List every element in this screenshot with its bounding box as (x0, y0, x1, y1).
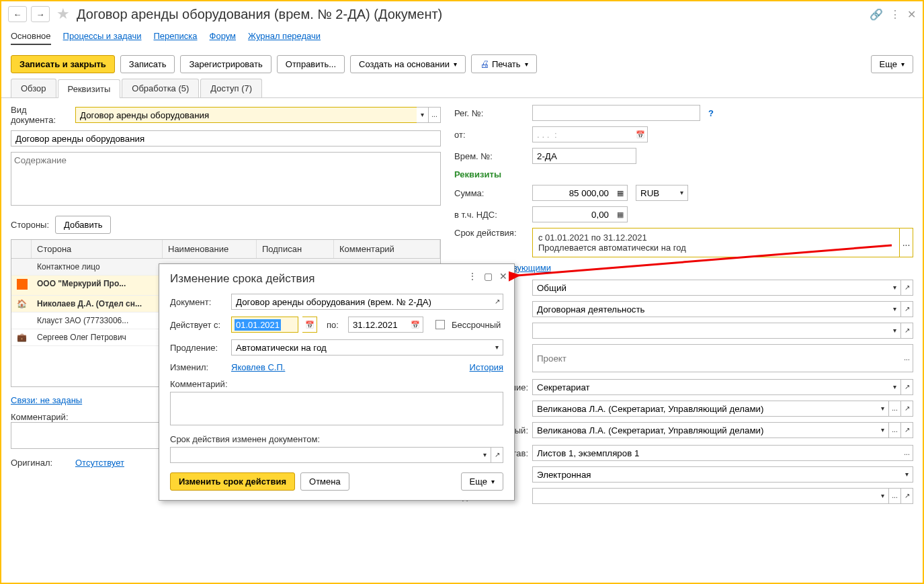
print-button[interactable]: 🖨Печать▾ (471, 54, 537, 73)
regno-input[interactable] (532, 105, 700, 121)
doc-type-ellipsis[interactable]: ... (429, 107, 441, 123)
star-icon[interactable]: ★ (56, 5, 70, 23)
open-icon[interactable]: ↗ (901, 488, 913, 504)
forward-button[interactable]: → (31, 6, 50, 22)
open-icon[interactable]: ↗ (901, 401, 913, 417)
dialog-maximize-icon[interactable]: ▢ (484, 271, 493, 282)
doc-type-input[interactable] (75, 107, 417, 123)
dialog-ext-input[interactable] (231, 339, 491, 356)
save-close-button[interactable]: Записать и закрыть (11, 55, 115, 73)
dropdown-icon[interactable]: ▾ (877, 422, 889, 438)
sum-input[interactable] (532, 185, 613, 201)
currency-dropdown[interactable]: ▾ (676, 185, 688, 201)
dialog-to-input[interactable] (348, 317, 409, 333)
open-icon[interactable]: ↗ (901, 301, 913, 317)
dropdown-icon[interactable]: ▾ (479, 447, 491, 463)
tab-correspondence[interactable]: Переписка (154, 31, 198, 45)
comp-input[interactable] (532, 445, 901, 461)
group1-input[interactable] (532, 280, 889, 296)
group2-input[interactable] (532, 301, 889, 317)
open-icon[interactable]: ↗ (901, 280, 913, 296)
dialog-kebab-icon[interactable]: ⋮ (468, 271, 477, 282)
currency-input[interactable] (636, 185, 676, 201)
dialog-to-label: по: (327, 320, 339, 330)
from-label: от: (454, 130, 528, 140)
vat-input[interactable] (532, 206, 613, 222)
open-icon[interactable]: ↗ (901, 422, 913, 438)
calc-icon[interactable]: ▦ (613, 185, 628, 201)
subtab-processing[interactable]: Обработка (5) (122, 79, 199, 97)
dropdown-icon[interactable]: ▾ (491, 339, 503, 356)
calendar-icon[interactable]: 📅 (409, 317, 423, 333)
th-name: Наименование (163, 240, 257, 258)
regno-label: Рег. №: (454, 108, 528, 118)
ellipsis-icon[interactable]: ... (889, 488, 901, 504)
register-button[interactable]: Зарегистрировать (180, 55, 271, 73)
person2-input[interactable] (532, 422, 877, 438)
create-based-button[interactable]: Создать на основании▾ (350, 55, 466, 73)
open-icon[interactable]: ↗ (491, 447, 503, 463)
subtab-requisites[interactable]: Реквизиты (58, 79, 121, 98)
dialog-comment-textarea[interactable] (170, 392, 503, 425)
dialog-changeddoc-input[interactable] (170, 447, 479, 463)
help-icon[interactable]: ? (708, 108, 714, 118)
tab-processes[interactable]: Процессы и задачи (63, 31, 142, 45)
th-comment: Комментарий (334, 240, 440, 258)
field3-input[interactable] (532, 323, 889, 339)
open-icon[interactable]: ↗ (901, 323, 913, 339)
doc-name-input[interactable] (11, 130, 441, 147)
save-button[interactable]: Записать (120, 55, 175, 73)
calc-icon[interactable]: ▦ (613, 206, 628, 222)
validity-ellipsis[interactable]: ... (899, 228, 913, 257)
add-party-button[interactable]: Добавить (55, 216, 111, 234)
ellipsis-icon[interactable]: ... (901, 445, 913, 461)
ellipsis-icon[interactable]: ... (889, 401, 901, 417)
dropdown-icon[interactable]: ▾ (901, 466, 913, 483)
open-icon[interactable]: ↗ (901, 379, 913, 395)
dialog-close-icon[interactable]: ✕ (499, 271, 507, 282)
content-textarea[interactable] (11, 152, 441, 206)
dialog-apply-button[interactable]: Изменить срок действия (170, 472, 295, 491)
dropdown-icon[interactable]: ▾ (889, 379, 901, 395)
dept-input[interactable] (532, 379, 889, 395)
more-button[interactable]: Еще▾ (871, 55, 913, 73)
subtab-overview[interactable]: Обзор (11, 79, 56, 97)
doc-type-dropdown[interactable]: ▾ (417, 107, 429, 123)
links-link[interactable]: Связи: не заданы (11, 395, 82, 405)
kebab-icon[interactable]: ⋮ (890, 8, 900, 21)
calendar-icon[interactable]: 📅 (302, 317, 317, 333)
tab-journal[interactable]: Журнал передачи (248, 31, 321, 45)
back-button[interactable]: ← (8, 6, 27, 22)
validity-box[interactable]: с 01.01.2021 по 31.12.2021 Продлевается … (532, 228, 913, 257)
dropdown-icon[interactable]: ▾ (877, 401, 889, 417)
dialog-cancel-button[interactable]: Отмена (300, 472, 349, 491)
ellipsis-icon[interactable]: ... (901, 344, 913, 372)
tempno-input[interactable] (532, 148, 636, 164)
indefinite-checkbox[interactable] (435, 320, 445, 329)
incase-input[interactable] (532, 488, 877, 504)
subtab-access[interactable]: Доступ (7) (200, 79, 262, 97)
open-icon[interactable]: ↗ (491, 294, 503, 310)
close-icon[interactable]: ✕ (907, 8, 916, 21)
form-input[interactable] (532, 466, 901, 483)
dropdown-icon[interactable]: ▾ (889, 280, 901, 296)
dialog-changed-by[interactable]: Яковлев С.П. (231, 362, 285, 372)
from-date-input[interactable] (532, 126, 633, 142)
send-button[interactable]: Отправить... (277, 55, 345, 73)
project-input[interactable] (532, 344, 901, 372)
dialog-more-button[interactable]: Еще▾ (461, 472, 503, 491)
dialog-doc-input[interactable] (231, 294, 491, 310)
tab-forum[interactable]: Форум (210, 31, 237, 45)
tab-main[interactable]: Основное (11, 31, 51, 45)
original-link[interactable]: Отсутствует (75, 458, 124, 468)
dropdown-icon[interactable]: ▾ (889, 323, 901, 339)
person1-input[interactable] (532, 401, 877, 417)
dropdown-icon[interactable]: ▾ (877, 488, 889, 504)
dropdown-icon[interactable]: ▾ (889, 301, 901, 317)
dialog-history-link[interactable]: История (470, 362, 503, 372)
ellipsis-icon[interactable]: ... (889, 422, 901, 438)
link-icon[interactable]: 🔗 (870, 8, 883, 21)
calendar-icon[interactable]: 📅 (633, 126, 648, 142)
th-contact: Контактное лицо (32, 259, 163, 275)
dialog-from-input[interactable]: 01.01.2021 (231, 317, 298, 333)
